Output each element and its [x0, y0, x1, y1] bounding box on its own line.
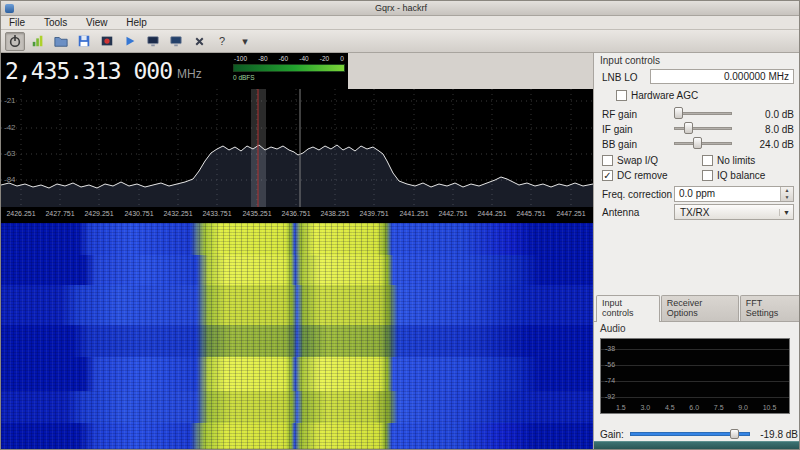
bb-gain-handle[interactable]: [693, 137, 702, 149]
menubar: File Tools View Help: [1, 16, 800, 30]
freq-tick-label: 2439.751: [354, 210, 394, 217]
menu-file[interactable]: File: [1, 16, 33, 30]
if-gain-handle[interactable]: [684, 122, 693, 134]
menu-view[interactable]: View: [78, 16, 116, 30]
iq-balance-label: IQ balance: [717, 170, 765, 181]
antenna-label: Antenna: [602, 207, 639, 218]
no-limits-checkbox[interactable]: No limits: [702, 155, 755, 166]
rf-gain-label: RF gain: [602, 109, 637, 120]
freq-tick-label: 2430.751: [119, 210, 159, 217]
screen-button[interactable]: [143, 32, 163, 51]
freq-tick-label: 2427.751: [40, 210, 80, 217]
open-button[interactable]: [51, 32, 71, 51]
audio-gain-handle[interactable]: [730, 429, 739, 439]
frequency-display[interactable]: 2,435.313 000 MHz: [1, 53, 230, 89]
spectrum-chart-button[interactable]: [28, 32, 48, 51]
audio-spectrum-plot: -38 -56 -74 -92 1.5 3.0 4.5 6.0 7.5 9.0 …: [600, 338, 790, 414]
freq-tick-label: 2445.751: [511, 210, 551, 217]
if-gain-value: 8.0 dB: [738, 124, 794, 135]
rf-gain-slider[interactable]: [674, 107, 732, 119]
swap-iq-checkbox[interactable]: Swap I/Q: [602, 155, 658, 166]
meter-tick: -60: [279, 55, 288, 62]
audio-freq-label: 1.5: [616, 404, 626, 411]
checkbox-box[interactable]: [702, 155, 713, 166]
frequency-axis: 2426.251 2427.751 2429.251 2430.751 2432…: [1, 207, 593, 223]
freq-tick-label: 2426.251: [1, 210, 41, 217]
audio-gain-row: Gain: -19.8 dB: [594, 427, 800, 441]
titlebar[interactable]: Gqrx - hackrf: [1, 1, 800, 16]
help-icon: ?: [219, 36, 225, 47]
hardware-agc-checkbox[interactable]: Hardware AGC: [616, 90, 698, 101]
freq-tick-label: 2447.251: [551, 210, 591, 217]
no-limits-label: No limits: [717, 155, 755, 166]
spin-down-icon[interactable]: ▼: [781, 194, 793, 201]
audio-db-label: -38: [605, 345, 615, 352]
audio-db-label: -74: [605, 377, 615, 384]
menu-help[interactable]: Help: [118, 16, 155, 30]
waterfall[interactable]: [1, 223, 593, 450]
menu-tools[interactable]: Tools: [36, 16, 75, 30]
close-x-icon: [193, 35, 206, 48]
app-icon: [5, 4, 14, 13]
spin-buttons[interactable]: ▲ ▼: [780, 187, 793, 201]
record-iq-icon: [100, 34, 114, 48]
dc-remove-label: DC remove: [617, 170, 668, 181]
window-title: Gqrx - hackrf: [375, 3, 427, 13]
rf-gain-handle[interactable]: [674, 107, 683, 119]
dock-tabbar: Input controls Receiver Options FFT Sett…: [594, 305, 800, 322]
meter-readout: 0 dBFS: [233, 74, 345, 81]
screen-icon: [146, 34, 160, 48]
screen-dsp-icon: [169, 34, 183, 48]
spin-up-icon[interactable]: ▲: [781, 187, 793, 194]
bb-gain-slider[interactable]: [674, 137, 732, 149]
antenna-value: TX/RX: [675, 207, 779, 218]
tab-fft-settings[interactable]: FFT Settings: [740, 295, 800, 321]
checkbox-box[interactable]: [702, 170, 713, 181]
close-dsp-button[interactable]: [189, 32, 209, 51]
meter-tick: -100: [234, 55, 247, 62]
dock-title: Input controls: [600, 55, 660, 66]
spectrum-chart-icon: [31, 34, 45, 48]
audio-gain-slider[interactable]: [630, 429, 750, 439]
power-button[interactable]: [5, 32, 25, 51]
iq-balance-checkbox[interactable]: IQ balance: [702, 170, 765, 181]
frequency-value[interactable]: 2,435.313 000: [5, 58, 172, 84]
record-iq-button[interactable]: [97, 32, 117, 51]
antenna-combobox[interactable]: TX/RX ▼: [674, 204, 794, 220]
freq-tick-label: 2432.251: [158, 210, 198, 217]
bb-gain-value: 24.0 dB: [738, 139, 794, 150]
freq-tick-label: 2438.251: [315, 210, 355, 217]
spectrum-canvas: [1, 89, 593, 207]
if-gain-slider[interactable]: [674, 122, 732, 134]
slider-groove: [674, 127, 732, 130]
audio-buttons-strip[interactable]: [594, 441, 800, 450]
freq-tick-label: 2435.251: [237, 210, 277, 217]
play-iq-button[interactable]: [120, 32, 140, 51]
freq-correction-value[interactable]: 0.0 ppm: [675, 187, 780, 201]
checkbox-box-checked[interactable]: [602, 170, 613, 181]
tab-input-controls[interactable]: Input controls: [596, 295, 660, 322]
gqrx-window: Gqrx - hackrf File Tools View Help: [0, 0, 800, 450]
screen-dsp-button[interactable]: [166, 32, 186, 51]
if-gain-label: IF gain: [602, 124, 633, 135]
spectrum-plot[interactable]: -21 -42 -63 -84 2426.251 2427.751 2429.2…: [1, 89, 593, 223]
toolbar: ? ▾: [1, 30, 800, 53]
play-iq-icon: [123, 34, 137, 48]
checkbox-box[interactable]: [616, 90, 627, 101]
checkbox-box[interactable]: [602, 155, 613, 166]
help-button[interactable]: ?: [212, 32, 232, 51]
audio-freq-label: 3.0: [640, 404, 650, 411]
signal-meter: -100 -80 -60 -40 -20 0 0 dBFS: [230, 53, 348, 89]
toolbar-overflow-button[interactable]: ▾: [235, 32, 255, 51]
save-button[interactable]: [74, 32, 94, 51]
audio-freq-label: 6.0: [689, 404, 699, 411]
dc-remove-checkbox[interactable]: DC remove: [602, 170, 668, 181]
lnb-lo-input[interactable]: 0.000000 MHz: [650, 69, 794, 84]
audio-freq-label: 9.0: [738, 404, 748, 411]
tab-receiver-options[interactable]: Receiver Options: [661, 295, 739, 321]
freq-correction-spinbox[interactable]: 0.0 ppm ▲ ▼: [674, 186, 794, 202]
lnb-lo-label: LNB LO: [602, 72, 638, 83]
save-icon: [77, 34, 91, 48]
freq-tick-label: 2441.251: [394, 210, 434, 217]
swap-iq-label: Swap I/Q: [617, 155, 658, 166]
